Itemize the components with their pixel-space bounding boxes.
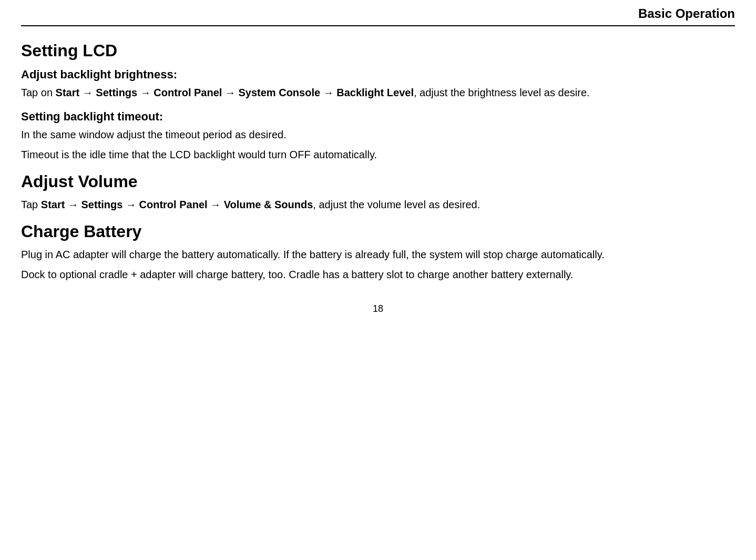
arrow2: → xyxy=(137,87,154,98)
text-control-panel-vol: Control Panel xyxy=(139,199,208,210)
page-header: Basic Operation xyxy=(21,0,735,26)
text-start-vol: Start xyxy=(41,199,65,210)
page-title: Basic Operation xyxy=(638,6,735,21)
paragraph-backlight: Tap on Start → Settings → Control Panel … xyxy=(21,85,735,100)
text-system-console: System Console xyxy=(238,87,320,98)
text-backlight-level: Backlight Level xyxy=(336,87,414,98)
heading-setting-lcd: Setting LCD xyxy=(21,41,735,60)
text-settings: Settings xyxy=(96,87,137,98)
arrow3: → xyxy=(222,87,238,98)
text-control-panel: Control Panel xyxy=(154,87,222,98)
paragraph-volume: Tap Start → Settings → Control Panel → V… xyxy=(21,197,735,212)
heading-adjust-backlight: Adjust backlight brightness: xyxy=(21,68,735,82)
subsection-adjust-backlight: Adjust backlight brightness: Tap on Star… xyxy=(21,68,735,100)
heading-charge-battery: Charge Battery xyxy=(21,222,735,241)
page-number: 18 xyxy=(373,303,383,314)
heading-adjust-volume: Adjust Volume xyxy=(21,172,735,191)
section-setting-lcd: Setting LCD Adjust backlight brightness:… xyxy=(21,41,735,162)
text-volume-sounds: Volume & Sounds xyxy=(224,199,313,210)
arrow-vol3: → xyxy=(208,199,224,210)
heading-backlight-timeout: Setting backlight timeout: xyxy=(21,110,735,124)
paragraph-charge1: Plug in AC adapter will charge the batte… xyxy=(21,247,735,262)
section-adjust-volume: Adjust Volume Tap Start → Settings → Con… xyxy=(21,172,735,212)
arrow-vol2: → xyxy=(122,199,139,210)
page-number-container: 18 xyxy=(21,303,735,314)
arrow1: → xyxy=(79,87,96,98)
subsection-backlight-timeout: Setting backlight timeout: In the same w… xyxy=(21,110,735,162)
paragraph-timeout2: Timeout is the idle time that the LCD ba… xyxy=(21,147,735,162)
text-settings-vol: Settings xyxy=(81,199,123,210)
paragraph-timeout1: In the same window adjust the timeout pe… xyxy=(21,127,735,142)
section-charge-battery: Charge Battery Plug in AC adapter will c… xyxy=(21,222,735,282)
paragraph-charge2: Dock to optional cradle + adapter will c… xyxy=(21,267,735,282)
arrow4: → xyxy=(320,87,336,98)
text-start: Start xyxy=(56,87,80,98)
arrow-vol1: → xyxy=(65,199,81,210)
